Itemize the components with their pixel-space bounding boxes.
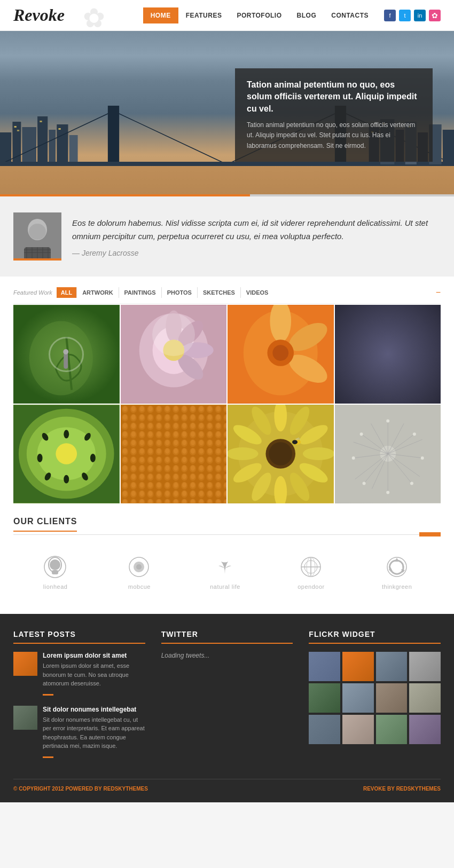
dribbble-icon[interactable]: ✿ [429,10,441,21]
portfolio-img-3 [228,305,334,404]
portfolio-item-5[interactable] [13,405,120,503]
client-lionhead[interactable]: LIONHEAD [42,554,69,590]
hero-section: Tation animal petentium no quo, eos solu… [0,31,454,196]
portfolio-item-3[interactable] [228,305,334,404]
linkedin-icon[interactable]: in [414,10,426,21]
portfolio-item-4[interactable] [335,305,441,404]
svg-point-139 [386,491,389,494]
quote-author: — Jeremy Lacrosse [72,249,441,257]
mobcue-label: mobcue [128,583,151,590]
flickr-thumb-7[interactable] [376,683,408,713]
client-mobcue[interactable]: mobcue [126,554,153,590]
avatar-accent [13,258,61,261]
filter-minus-icon[interactable]: − [436,288,441,297]
footer-posts-title: LATEST POSTS [13,630,145,644]
flickr-thumb-12[interactable] [409,715,441,744]
svg-rect-21 [443,130,454,164]
svg-point-76 [409,384,430,404]
portfolio-item-2[interactable] [121,305,227,404]
client-opendoor[interactable]: OPENDOOR [298,554,325,590]
filter-videos[interactable]: VIDEOS [241,287,274,298]
hero-progress-track [0,194,454,196]
nav-item-portfolio[interactable]: PORTOFOLIO [229,7,289,23]
quote-section: Eos te dolorum habemus. Nisl vidisse scr… [0,196,454,277]
svg-point-115 [292,440,298,444]
svg-point-113 [269,442,292,465]
portfolio-item-8[interactable] [335,405,441,503]
svg-point-64 [364,308,385,329]
lionhead-label: LIONHEAD [43,583,68,590]
flickr-thumb-5[interactable] [309,683,340,713]
filter-bar: Featured Work ALL ARTWORK PAINTINGS pHoT… [13,287,441,304]
filter-artwork[interactable]: ARTWORK [77,287,119,298]
mobcue-icon [126,554,153,580]
client-thinkgreen[interactable]: thinkgreen [382,554,412,590]
credit-text: REVOKE BY [363,786,395,792]
svg-line-9 [114,111,228,164]
clients-title: OUR CLIENTS [13,517,77,532]
svg-rect-24 [40,121,42,122]
portfolio-img-1 [13,305,120,404]
clients-grid: LIONHEAD mobcue NATURAL LIFE [13,546,441,598]
svg-point-144 [50,559,60,570]
svg-rect-25 [58,128,60,130]
flickr-thumb-3[interactable] [376,652,408,681]
featured-work-label: Featured Work [13,289,52,296]
footer-flickr-title: FLICKR WIDGET [309,630,441,644]
footer-twitter-col: TWITTER Loading tweets... [161,630,293,768]
facebook-icon[interactable]: f [384,10,396,21]
portfolio-img-2 [121,305,227,404]
flickr-thumb-10[interactable] [342,715,374,744]
opendoor-label: OPENDOOR [298,583,325,590]
svg-point-141 [351,456,355,460]
twitter-icon[interactable]: t [399,10,411,21]
flickr-thumb-2[interactable] [342,652,374,681]
flickr-thumb-9[interactable] [309,715,340,744]
footer-post-1[interactable]: Lorem ipsum dolor sit amet Lorem ipsum d… [13,652,145,698]
portfolio-section: Featured Work ALL ARTWORK PAINTINGS pHoT… [0,277,454,503]
svg-point-135 [386,419,389,422]
copyright-brand[interactable]: REDSKYTHEMES [104,786,148,792]
svg-point-72 [392,356,416,380]
portfolio-img-7 [228,405,334,503]
nav-item-home[interactable]: HOME [143,7,178,23]
clients-divider [13,534,441,535]
svg-rect-0 [0,164,454,196]
portfolio-item-6[interactable] [121,405,227,503]
svg-point-69 [403,335,426,358]
copyright-text: © COPYRIGHT 2012 POWERED BY [13,786,102,792]
portfolio-item-1[interactable] [13,305,120,404]
svg-point-63 [341,312,360,331]
filter-sketches[interactable]: SKETCHES [198,287,241,298]
nav-item-contacts[interactable]: CONTACTS [324,7,376,23]
svg-rect-5 [49,130,56,164]
flickr-thumb-4[interactable] [409,652,441,681]
svg-point-140 [362,482,365,485]
nav-item-blog[interactable]: BLOG [289,7,324,23]
footer-twitter-title: TWITTER [161,630,293,644]
credit-brand[interactable]: REDSKYTHEMES [396,786,441,792]
hero-progress-bar [0,194,250,196]
svg-point-149 [136,564,142,570]
svg-point-66 [411,310,433,331]
footer-post-2[interactable]: Sit dolor nonumes intellegebat Sit dolor… [13,706,145,760]
filter-paintings[interactable]: PAINTINGS [119,287,162,298]
svg-rect-61 [335,305,441,404]
post-1-text: Lorem ipsum dolor sit amet Lorem ipsum d… [43,652,145,698]
naturallife-icon [212,554,239,580]
flickr-thumb-8[interactable] [409,683,441,713]
portfolio-item-7[interactable] [228,405,334,503]
svg-point-70 [339,357,362,381]
footer-posts-col: LATEST POSTS Lorem ipsum dolor sit amet … [13,630,145,768]
post-2-readmore [43,756,53,758]
flickr-thumb-11[interactable] [376,715,408,744]
nav-item-features[interactable]: FEATURES [178,7,230,23]
flickr-thumb-6[interactable] [342,683,374,713]
filter-all[interactable]: ALL [57,287,77,298]
post-1-readmore [43,694,53,696]
svg-point-65 [387,311,410,334]
filter-photos[interactable]: pHoTOS [162,287,198,298]
footer-bottom: © COPYRIGHT 2012 POWERED BY REDSKYTHEMES… [13,779,441,792]
client-naturallife[interactable]: NATURAL LIFE [210,554,240,590]
flickr-thumb-1[interactable] [309,652,340,681]
